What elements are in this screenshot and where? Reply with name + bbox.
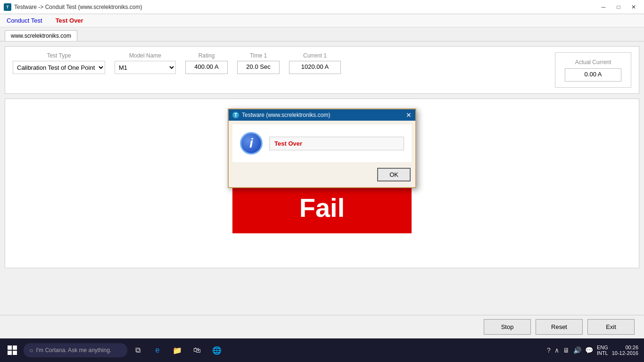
time1-group: Time 1 20.0 Sec <box>237 52 280 74</box>
store-icon[interactable]: 🛍 <box>188 340 206 361</box>
message-icon[interactable]: 💬 <box>585 346 593 354</box>
test-type-select[interactable]: Calibration Test of One Point <box>13 61 105 74</box>
model-name-group: Model Name M1 <box>115 52 176 74</box>
taskbar-right: ? ∧ 🖥 🔊 💬 ENG INTL 00:26 10-12-2016 <box>547 345 642 356</box>
search-placeholder-text: I'm Cortana. Ask me anything. <box>36 347 111 354</box>
test-type-label: Test Type <box>13 52 105 59</box>
test-status-label: Test Over <box>54 16 85 25</box>
actual-current-label: Actual Current <box>575 59 611 66</box>
time1-label: Time 1 <box>237 52 280 59</box>
reset-button[interactable]: Reset <box>536 319 583 335</box>
windows-icon <box>8 346 17 355</box>
browser-icon[interactable]: 🌐 <box>207 340 226 361</box>
current1-label: Current 1 <box>289 52 341 59</box>
dialog-overlay: T Testware (www.screlektroniks.com) ✕ i … <box>5 99 639 268</box>
rating-value: 400.00 A <box>185 61 228 74</box>
rating-group: Rating 400.00 A <box>185 52 228 74</box>
dialog-app-icon: T <box>232 112 239 118</box>
dialog-close-button[interactable]: ✕ <box>406 111 412 119</box>
clock[interactable]: 00:26 10-12-2016 <box>612 345 638 356</box>
start-button[interactable] <box>2 340 23 361</box>
current1-value: 1020.00 A <box>289 61 341 74</box>
info-icon: i <box>240 132 263 155</box>
dialog-title-left: T Testware (www.screlektroniks.com) <box>232 112 330 118</box>
minimize-button[interactable]: ─ <box>597 2 610 12</box>
title-bar-left: T Testware -> Conduit Test (www.screlekt… <box>4 3 142 11</box>
edge-icon[interactable]: e <box>148 340 167 361</box>
app-icon: T <box>4 3 11 11</box>
cortana-search[interactable]: ○ I'm Cortana. Ask me anything. <box>24 343 127 357</box>
maximize-button[interactable]: □ <box>612 2 625 12</box>
language-indicator[interactable]: ENG INTL <box>597 345 608 356</box>
dialog-title-text: Testware (www.screlektroniks.com) <box>242 112 330 118</box>
close-button[interactable]: ✕ <box>627 2 640 12</box>
dialog-body: i Test Over <box>232 124 412 162</box>
test-type-group: Test Type Calibration Test of One Point <box>13 52 105 74</box>
dialog-buttons: OK <box>229 166 415 187</box>
clock-date: 10-12-2016 <box>612 350 638 356</box>
current1-group: Current 1 1020.00 A <box>289 52 341 74</box>
file-explorer-icon[interactable]: 📁 <box>168 340 187 361</box>
main-tab[interactable]: www.screlektroniks.com <box>5 30 77 41</box>
model-name-select[interactable]: M1 <box>115 61 176 74</box>
model-name-label: Model Name <box>115 52 176 59</box>
taskbar: ○ I'm Cortana. Ask me anything. ⧉ e 📁 🛍 … <box>0 338 644 362</box>
help-icon[interactable]: ? <box>547 346 551 354</box>
exit-button[interactable]: Exit <box>587 319 635 335</box>
clock-time: 00:26 <box>625 345 638 350</box>
main-content: Test Type Calibration Test of One Point … <box>0 41 644 338</box>
network-icon[interactable]: 🖥 <box>563 346 570 354</box>
chevron-icon[interactable]: ∧ <box>554 346 559 354</box>
actual-current-value: 0.00 A <box>565 68 621 82</box>
center-area: 20.0 Sec Fail T Testware (www.screlektro… <box>5 99 639 268</box>
rating-label: Rating <box>185 52 228 59</box>
dialog-title-bar: T Testware (www.screlektroniks.com) ✕ <box>229 109 415 121</box>
conduct-test-menu[interactable]: Conduct Test <box>5 16 44 25</box>
stop-button[interactable]: Stop <box>484 319 531 335</box>
dialog-box: T Testware (www.screlektroniks.com) ✕ i … <box>228 108 416 188</box>
menu-bar: Conduct Test Test Over <box>0 14 644 27</box>
title-bar: T Testware -> Conduit Test (www.screlekt… <box>0 0 644 14</box>
bottom-bar: Stop Reset Exit <box>0 315 644 338</box>
time1-value: 20.0 Sec <box>237 61 280 74</box>
task-view-button[interactable]: ⧉ <box>128 340 147 361</box>
window-title: Testware -> Conduit Test (www.screlektro… <box>14 4 142 10</box>
actual-current-panel: Actual Current 0.00 A <box>555 52 631 88</box>
window-controls[interactable]: ─ □ ✕ <box>597 2 640 12</box>
top-panel: Test Type Calibration Test of One Point … <box>5 46 639 94</box>
ok-button[interactable]: OK <box>377 168 411 181</box>
dialog-message: Test Over <box>269 137 404 150</box>
tab-bar: www.screlektroniks.com <box>0 27 644 41</box>
volume-icon[interactable]: 🔊 <box>573 346 581 354</box>
